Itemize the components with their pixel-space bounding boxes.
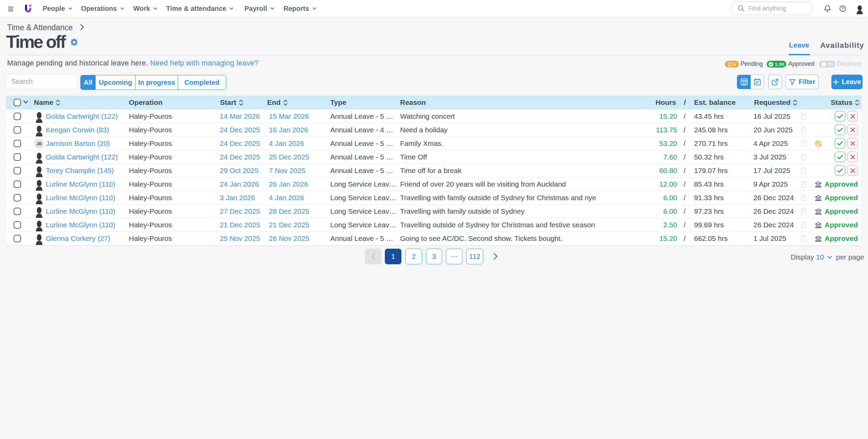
svg-text:JB: JB xyxy=(36,141,42,146)
svg-text:?: ? xyxy=(842,6,844,11)
